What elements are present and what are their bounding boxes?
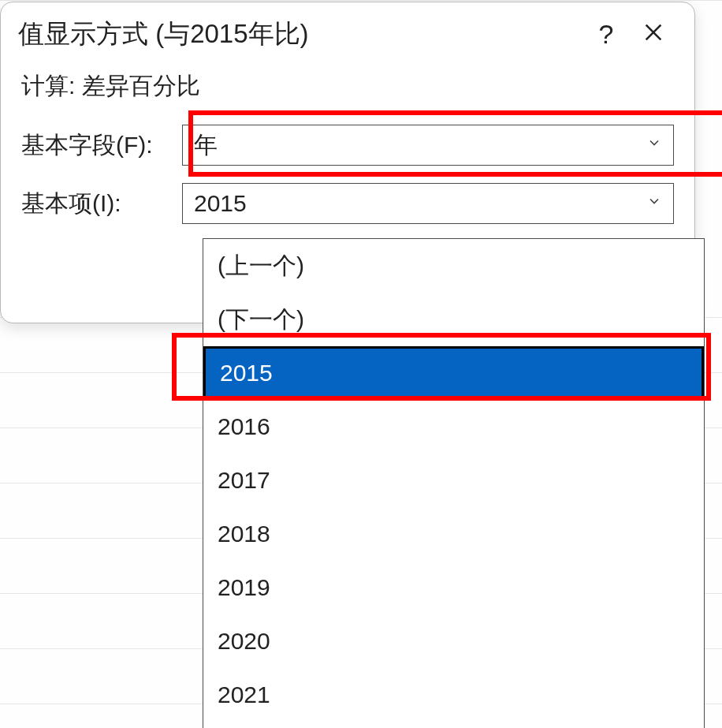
dropdown-item[interactable]: (下一个)	[203, 293, 704, 346]
base-item-value: 2015	[183, 190, 635, 217]
base-field-label: 基本字段(F):	[21, 129, 182, 162]
calculation-label: 计算: 差异百分比	[21, 70, 674, 103]
dropdown-item[interactable]: 2022	[203, 722, 704, 728]
dropdown-item[interactable]: 2020	[203, 614, 704, 668]
dialog-title: 值显示方式 (与2015年比)	[18, 17, 582, 52]
chevron-down-icon	[635, 135, 673, 155]
base-item-row: 基本项(I): 2015	[21, 183, 674, 224]
base-field-combo[interactable]: 年	[182, 125, 674, 166]
base-field-value: 年	[183, 129, 635, 162]
dialog-body: 计算: 差异百分比 基本字段(F): 年 基本项(I): 2015	[1, 65, 694, 224]
dropdown-item[interactable]: 2016	[203, 400, 704, 454]
dialog-titlebar: 值显示方式 (与2015年比) ?	[1, 2, 694, 65]
dropdown-item[interactable]: 2018	[203, 507, 704, 561]
dropdown-item[interactable]: 2021	[203, 668, 704, 722]
dropdown-item[interactable]: (上一个)	[203, 239, 704, 293]
base-item-label: 基本项(I):	[21, 188, 182, 220]
help-button[interactable]: ?	[582, 19, 630, 50]
close-button[interactable]	[630, 21, 677, 47]
base-field-row: 基本字段(F): 年	[21, 125, 674, 166]
dropdown-item[interactable]: 2015	[203, 346, 704, 400]
chevron-down-icon	[635, 193, 673, 214]
dropdown-item[interactable]: 2019	[203, 561, 704, 614]
close-icon	[642, 32, 664, 46]
base-item-combo[interactable]: 2015	[182, 183, 674, 224]
dropdown-item[interactable]: 2017	[203, 454, 704, 507]
base-item-dropdown-list[interactable]: (上一个)(下一个)201520162017201820192020202120…	[203, 238, 705, 728]
